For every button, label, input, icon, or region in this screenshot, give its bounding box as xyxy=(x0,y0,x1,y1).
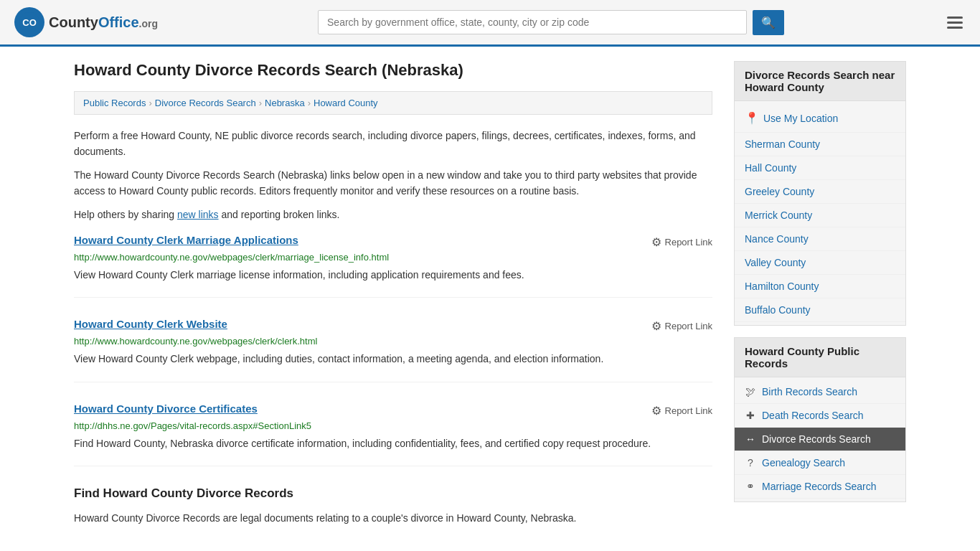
sidebar-item-merrick[interactable]: Merrick County xyxy=(735,204,905,227)
divorce-icon: ↔ xyxy=(745,433,756,445)
sidebar-item-genealogy[interactable]: ? Genealogy Search xyxy=(735,451,905,475)
result-header: Howard County Clerk Marriage Application… xyxy=(74,234,712,249)
menu-bar-1 xyxy=(947,17,963,19)
bc-sep-2: › xyxy=(259,98,262,108)
birth-icon: 🕊 xyxy=(745,386,756,397)
result-item: Howard County Clerk Website ⚙ Report Lin… xyxy=(74,318,712,382)
result-title[interactable]: Howard County Clerk Website xyxy=(74,318,227,330)
sidebar-item-hall[interactable]: Hall County xyxy=(735,156,905,180)
report-link[interactable]: ⚙ Report Link xyxy=(651,235,712,249)
description: Perform a free Howard County, NE public … xyxy=(74,128,712,222)
result-desc: View Howard County Clerk marriage licens… xyxy=(74,267,712,283)
sidebar-nearby-title: Divorce Records Search near Howard Count… xyxy=(735,62,905,101)
desc-3: Help others by sharing new links and rep… xyxy=(74,207,712,222)
report-label: Report Link xyxy=(665,405,712,416)
location-pin-icon: 📍 xyxy=(745,111,759,125)
svg-text:CO: CO xyxy=(22,17,37,28)
search-button[interactable]: 🔍 xyxy=(753,10,784,35)
genealogy-label: Genealogy Search xyxy=(762,457,845,468)
result-url: http://www.howardcounty.ne.gov/webpages/… xyxy=(74,252,712,263)
find-heading: Find Howard County Divorce Records xyxy=(74,486,712,505)
desc-2: The Howard County Divorce Records Search… xyxy=(74,167,712,199)
sidebar-item-death-records[interactable]: ✚ Death Records Search xyxy=(735,404,905,428)
report-icon: ⚙ xyxy=(651,404,661,418)
report-link[interactable]: ⚙ Report Link xyxy=(651,404,712,418)
result-url: http://dhhs.ne.gov/Pages/vital-records.a… xyxy=(74,420,712,431)
sidebar-public-records-list: 🕊 Birth Records Search ✚ Death Records S… xyxy=(735,377,905,501)
menu-button[interactable] xyxy=(944,14,966,32)
find-section: Find Howard County Divorce Records Howar… xyxy=(74,486,712,524)
desc-3-prefix: Help others by sharing xyxy=(74,209,177,220)
content-area: Howard County Divorce Records Search (Ne… xyxy=(74,61,712,524)
sidebar: Divorce Records Search near Howard Count… xyxy=(734,61,906,524)
logo-area: CO CountyOffice.org xyxy=(14,7,158,37)
sidebar-item-buffalo[interactable]: Buffalo County xyxy=(735,298,905,322)
results-list: Howard County Clerk Marriage Application… xyxy=(74,234,712,466)
breadcrumb: Public Records › Divorce Records Search … xyxy=(74,91,712,115)
divorce-records-label: Divorce Records Search xyxy=(762,433,871,445)
breadcrumb-nebraska[interactable]: Nebraska xyxy=(265,98,305,108)
result-header: Howard County Clerk Website ⚙ Report Lin… xyxy=(74,318,712,333)
sidebar-nearby-section: Divorce Records Search near Howard Count… xyxy=(734,61,906,326)
genealogy-icon: ? xyxy=(745,457,756,468)
result-desc: View Howard County Clerk webpage, includ… xyxy=(74,351,712,367)
report-icon: ⚙ xyxy=(651,319,661,333)
breadcrumb-divorce-search[interactable]: Divorce Records Search xyxy=(155,98,256,108)
result-desc: Find Howard County, Nebraska divorce cer… xyxy=(74,435,712,451)
result-title[interactable]: Howard County Clerk Marriage Application… xyxy=(74,234,298,246)
menu-bar-3 xyxy=(947,27,963,29)
breadcrumb-howard-county[interactable]: Howard County xyxy=(314,98,378,108)
report-link[interactable]: ⚙ Report Link xyxy=(651,319,712,333)
search-area: 🔍 xyxy=(318,10,784,35)
sidebar-public-records-title: Howard County Public Records xyxy=(735,338,905,377)
marriage-records-label: Marriage Records Search xyxy=(762,481,877,492)
logo-text: CountyOffice.org xyxy=(49,14,158,31)
sidebar-public-records-section: Howard County Public Records 🕊 Birth Rec… xyxy=(734,337,906,502)
sidebar-item-birth-records[interactable]: 🕊 Birth Records Search xyxy=(735,380,905,404)
result-item: Howard County Clerk Marriage Application… xyxy=(74,234,712,298)
header: CO CountyOffice.org 🔍 xyxy=(0,0,980,47)
birth-records-label: Birth Records Search xyxy=(762,386,857,397)
bc-sep-3: › xyxy=(308,98,311,108)
bc-sep-1: › xyxy=(149,98,151,108)
use-location-label: Use My Location xyxy=(763,113,838,124)
menu-bar-2 xyxy=(947,22,963,24)
sidebar-item-sherman[interactable]: Sherman County xyxy=(735,133,905,156)
report-label: Report Link xyxy=(665,237,712,248)
main-layout: Howard County Divorce Records Search (Ne… xyxy=(60,47,920,538)
sidebar-item-hamilton[interactable]: Hamilton County xyxy=(735,275,905,298)
report-label: Report Link xyxy=(665,321,712,331)
result-url: http://www.howardcounty.ne.gov/webpages/… xyxy=(74,336,712,347)
desc-3-suffix: and reporting broken links. xyxy=(219,209,340,220)
sidebar-nearby-list: 📍 Use My Location Sherman County Hall Co… xyxy=(735,101,905,325)
report-icon: ⚙ xyxy=(651,235,661,249)
page-title: Howard County Divorce Records Search (Ne… xyxy=(74,61,712,80)
search-input[interactable] xyxy=(318,10,747,34)
sidebar-item-marriage-records[interactable]: ⚭ Marriage Records Search xyxy=(735,475,905,499)
death-records-label: Death Records Search xyxy=(762,410,864,421)
logo-icon: CO xyxy=(14,7,44,37)
search-icon: 🔍 xyxy=(761,17,776,29)
sidebar-item-greeley[interactable]: Greeley County xyxy=(735,180,905,204)
breadcrumb-public-records[interactable]: Public Records xyxy=(83,98,146,108)
new-links-link[interactable]: new links xyxy=(177,209,219,220)
result-title[interactable]: Howard County Divorce Certificates xyxy=(74,402,258,415)
marriage-icon: ⚭ xyxy=(745,481,756,492)
find-desc: Howard County Divorce Records are legal … xyxy=(74,512,712,524)
use-location-item[interactable]: 📍 Use My Location xyxy=(735,104,905,133)
death-icon: ✚ xyxy=(745,410,756,421)
sidebar-item-divorce-records[interactable]: ↔ Divorce Records Search xyxy=(735,428,905,451)
sidebar-item-valley[interactable]: Valley County xyxy=(735,251,905,275)
result-header: Howard County Divorce Certificates ⚙ Rep… xyxy=(74,402,712,418)
desc-1: Perform a free Howard County, NE public … xyxy=(74,128,712,160)
result-item: Howard County Divorce Certificates ⚙ Rep… xyxy=(74,402,712,466)
sidebar-item-nance[interactable]: Nance County xyxy=(735,227,905,251)
